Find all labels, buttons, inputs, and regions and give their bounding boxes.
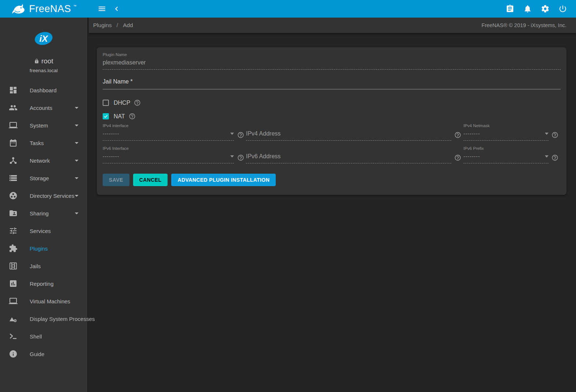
chevron-down-icon: [75, 107, 78, 109]
menu-icon[interactable]: [95, 1, 109, 16]
sidebar-item-guide[interactable]: Guide: [0, 345, 87, 363]
ipv4-interface-help-icon[interactable]: [237, 132, 244, 138]
save-button[interactable]: SAVE: [103, 174, 129, 186]
nat-checkbox[interactable]: [103, 113, 109, 119]
shark-icon: [11, 3, 27, 15]
breadcrumb-add: Add: [123, 22, 133, 29]
dropdown-arrow-icon: [545, 155, 549, 158]
ipv6-interface-select[interactable]: --------: [103, 154, 234, 163]
add-plugin-form-card: Plugin Name plexmediaserver DHCP NAT: [97, 47, 566, 195]
sidebar-item-label: Jails: [30, 263, 78, 269]
freenas-logo[interactable]: FreeNAS ™: [0, 0, 88, 18]
ipv4-address-help-icon[interactable]: [454, 132, 461, 138]
sidebar-item-services[interactable]: Services: [0, 222, 87, 240]
breadcrumb: Plugins / Add: [93, 22, 133, 29]
laptop-icon: [9, 121, 18, 130]
ipv6-prefix-field: IPv6 Prefix --------: [463, 146, 549, 163]
dashboard-icon: [9, 86, 18, 95]
content: Plugin Name plexmediaserver DHCP NAT: [89, 33, 576, 195]
user-name-row: root: [0, 57, 87, 65]
copyright-text: FreeNAS® © 2019 - iXsystems, Inc.: [481, 22, 566, 28]
sidebar-item-label: Dashboard: [30, 87, 78, 93]
ipv6-interface-help-icon[interactable]: [237, 154, 244, 161]
sidebar-item-label: Directory Services: [30, 193, 75, 199]
sidebar-item-shell[interactable]: Shell: [0, 328, 87, 345]
sidebar-item-directory-services[interactable]: Directory Services: [0, 187, 87, 204]
sidebar-item-sharing[interactable]: Sharing: [0, 204, 87, 222]
sidebar-item-label: Shell: [30, 333, 78, 340]
ipv4-interface-select[interactable]: --------: [103, 131, 234, 141]
breadcrumb-separator: /: [117, 22, 118, 29]
sidebar-item-jails[interactable]: Jails: [0, 257, 87, 275]
ipv6-interface-label: IPv6 Interface: [103, 146, 234, 151]
sidebar-item-virtual-machines[interactable]: Virtual Machines: [0, 292, 87, 310]
chevron-down-icon: [75, 195, 78, 197]
dhcp-help-icon[interactable]: [134, 99, 141, 106]
ipv4-netmask-help-icon[interactable]: [551, 132, 558, 138]
ipv4-interface-value: --------: [103, 131, 230, 137]
sidebar-item-system[interactable]: System: [0, 117, 87, 134]
sidebar-item-label: Services: [30, 228, 78, 234]
ipv4-address-input[interactable]: [246, 130, 451, 141]
cancel-button[interactable]: CANCEL: [133, 174, 168, 186]
sidebar-item-storage[interactable]: Storage: [0, 169, 87, 187]
ipv6-interface-field: IPv6 Interface --------: [103, 146, 234, 163]
sidebar-item-display-system-processes[interactable]: Display System Processes: [0, 310, 87, 328]
ipv4-netmask-select[interactable]: --------: [463, 131, 549, 141]
sidebar-item-plugins[interactable]: Plugins: [0, 240, 87, 257]
user-name: root: [41, 57, 54, 65]
chevron-down-icon: [75, 142, 78, 144]
chevron-down-icon: [75, 160, 78, 162]
chevron-left-icon[interactable]: [109, 1, 124, 16]
dhcp-label: DHCP: [114, 100, 130, 106]
ipv6-prefix-select[interactable]: --------: [463, 154, 549, 163]
jail-name-input[interactable]: [103, 78, 561, 89]
chart-icon: [9, 279, 18, 288]
people-icon: [9, 103, 18, 112]
logo-text: FreeNAS: [29, 3, 71, 15]
ipv4-interface-label: IPv4 interface: [103, 123, 234, 128]
dropdown-arrow-icon: [230, 155, 234, 158]
sidebar-item-reporting[interactable]: Reporting: [0, 275, 87, 292]
ipv6-prefix-value: --------: [463, 154, 545, 159]
svg-text:iX: iX: [39, 34, 48, 44]
ipv4-netmask-value: --------: [463, 131, 545, 137]
dhcp-checkbox-row[interactable]: DHCP: [103, 99, 141, 106]
advanced-plugin-installation-button[interactable]: ADVANCED PLUGIN INSTALLATION: [171, 174, 276, 186]
plugin-name-value: plexmediaserver: [103, 59, 561, 66]
calendar-icon: [9, 138, 18, 147]
lock-icon: [34, 59, 39, 64]
tasks-clipboard-icon[interactable]: [503, 1, 517, 16]
ipv6-interface-value: --------: [103, 154, 230, 159]
sidebar-item-accounts[interactable]: Accounts: [0, 99, 87, 117]
sidebar-item-label: System: [30, 122, 75, 129]
sidebar-item-dashboard[interactable]: Dashboard: [0, 81, 87, 99]
sidebar-item-network[interactable]: Network: [0, 152, 87, 169]
sidebar-item-label: Network: [30, 158, 75, 164]
info-icon: [9, 350, 18, 358]
ipv6-prefix-help-icon[interactable]: [551, 154, 558, 161]
nat-help-icon[interactable]: [129, 113, 136, 120]
processes-icon: [9, 314, 18, 323]
ipv6-address-help-icon[interactable]: [454, 154, 461, 161]
ipv6-row: IPv6 Interface -------- IPv6 Prefix: [103, 146, 561, 163]
ipv4-row: IPv4 interface -------- IPv4 Netmask: [103, 123, 561, 141]
sidebar-item-label: Display System Processes: [30, 316, 95, 322]
sidebar-item-label: Virtual Machines: [30, 298, 78, 304]
nat-checkbox-row[interactable]: NAT: [103, 113, 136, 120]
ipv4-netmask-field: IPv4 Netmask --------: [463, 123, 549, 141]
directory-services-icon: [9, 191, 18, 200]
power-icon[interactable]: [555, 1, 570, 16]
ipv6-address-input[interactable]: [246, 153, 451, 163]
dhcp-checkbox[interactable]: [103, 100, 109, 106]
puzzle-icon: [9, 244, 18, 253]
chevron-down-icon: [75, 125, 78, 126]
notifications-icon[interactable]: [520, 1, 535, 16]
top-header: FreeNAS ™: [0, 0, 576, 18]
main-area: Plugins / Add FreeNAS® © 2019 - iXsystem…: [89, 18, 576, 195]
folder-shared-icon: [9, 209, 18, 218]
form-buttons: SAVE CANCEL ADVANCED PLUGIN INSTALLATION: [103, 174, 561, 186]
breadcrumb-plugins[interactable]: Plugins: [93, 22, 112, 29]
settings-icon[interactable]: [538, 1, 553, 16]
sidebar-item-tasks[interactable]: Tasks: [0, 134, 87, 152]
